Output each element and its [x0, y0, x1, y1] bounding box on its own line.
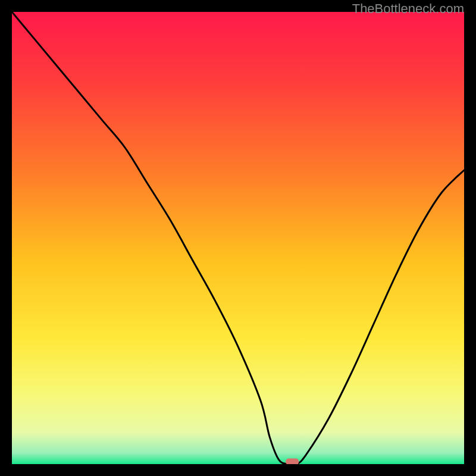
chart-container: { "watermark": "TheBottleneck.com", "cha… [0, 0, 476, 476]
gradient-background [12, 12, 464, 464]
chart-svg [12, 12, 464, 464]
watermark-text: TheBottleneck.com [352, 1, 464, 17]
optimal-marker [286, 458, 299, 464]
plot-area [12, 12, 464, 464]
